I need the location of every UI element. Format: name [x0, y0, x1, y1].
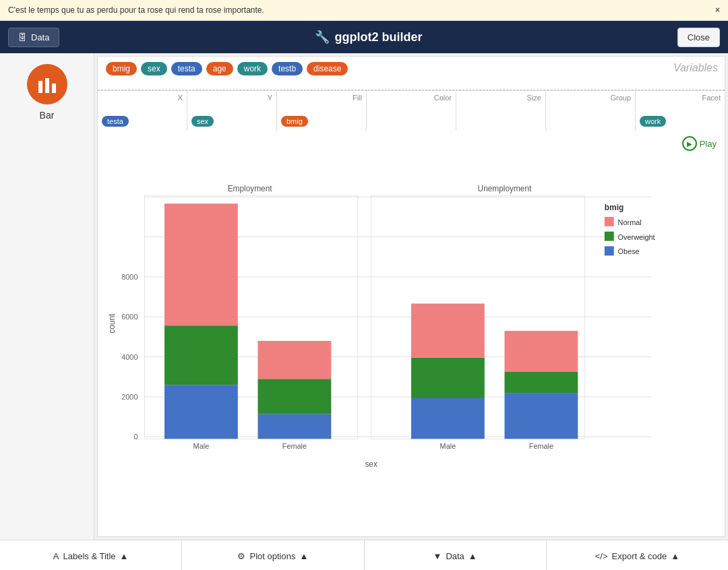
database-icon: 🗄: [18, 32, 27, 42]
bar-emp-female-overweight: [258, 379, 332, 414]
axis-x[interactable]: X testa: [98, 91, 187, 131]
svg-text:4000: 4000: [121, 353, 138, 361]
bar-unemp-female-normal: [504, 331, 578, 371]
bar-emp-female-obese: [258, 414, 332, 439]
bar-unemp-female-obese: [504, 393, 578, 439]
bar-unemp-male-overweight: [411, 358, 485, 398]
wrench-icon: 🔧: [315, 30, 330, 44]
bar-emp-male-overweight: [164, 325, 238, 385]
svg-rect-1: [45, 78, 49, 93]
chart-type-label: Bar: [40, 110, 55, 121]
axis-fill-tag: bmig: [281, 116, 308, 127]
chevron-up-icon-4: ▲: [671, 551, 679, 561]
chart-svg-area: 0 2000 4000 6000 8000 count Employment U…: [104, 137, 718, 536]
axis-y[interactable]: Y sex: [187, 91, 277, 131]
svg-text:8000: 8000: [121, 273, 138, 281]
plot-options-button[interactable]: ⚙ Plot options ▲: [182, 540, 364, 570]
code-icon: </>: [595, 551, 608, 561]
variables-tags-row: bmig sex testa age work testb disease: [106, 62, 717, 75]
data-filter-button[interactable]: ▼ Data ▲: [365, 540, 547, 570]
axis-color[interactable]: Color: [367, 91, 456, 131]
chevron-up-icon: ▲: [120, 551, 129, 561]
axis-fill[interactable]: Fill bmig: [277, 91, 367, 131]
bar-emp-male-obese: [164, 385, 238, 439]
svg-rect-0: [38, 81, 42, 93]
tag-work[interactable]: work: [237, 62, 268, 75]
svg-text:Obese: Obese: [618, 247, 640, 255]
tag-disease[interactable]: disease: [307, 62, 348, 75]
axis-size[interactable]: Size: [456, 91, 546, 131]
svg-text:count: count: [107, 313, 117, 334]
tag-bmig[interactable]: bmig: [106, 62, 137, 75]
svg-text:Normal: Normal: [618, 218, 642, 226]
svg-text:6000: 6000: [121, 313, 138, 321]
svg-text:Unemployment: Unemployment: [478, 184, 532, 193]
export-code-button[interactable]: </> Export & code ▲: [547, 540, 728, 570]
chart-svg: 0 2000 4000 6000 8000 count Employment U…: [104, 137, 718, 536]
variables-label: Variables: [673, 62, 718, 74]
bar-emp-male-normal: [164, 203, 238, 325]
data-button[interactable]: 🗄 Data: [8, 28, 59, 47]
chart-type-icon[interactable]: [27, 64, 67, 104]
axes-row: X testa Y sex Fill bmig Color Size Group…: [98, 90, 725, 131]
chevron-up-icon-3: ▲: [468, 551, 477, 561]
axis-x-tag: testa: [102, 116, 129, 127]
svg-rect-2: [52, 84, 56, 93]
bar-chart-icon: [37, 74, 57, 94]
bar-emp-female-normal: [258, 341, 332, 379]
bottom-toolbar: A Labels & Title ▲ ⚙ Plot options ▲ ▼ Da…: [0, 540, 728, 570]
tag-sex[interactable]: sex: [141, 62, 167, 75]
labels-title-button[interactable]: A Labels & Title ▲: [0, 540, 182, 570]
app-title: ggplot2 builder: [335, 30, 423, 44]
top-banner: C'est le temps que tu as perdu pour ta r…: [0, 0, 728, 21]
svg-rect-26: [605, 217, 614, 226]
axis-facet[interactable]: Facet work: [636, 91, 725, 131]
variables-area: bmig sex testa age work testb disease Va…: [98, 57, 725, 90]
tag-testa[interactable]: testa: [171, 62, 202, 75]
svg-text:Employment: Employment: [228, 184, 273, 193]
bar-unemp-male-normal: [411, 304, 485, 358]
filter-icon: ▼: [433, 551, 442, 561]
svg-text:0: 0: [133, 433, 138, 441]
axis-y-tag: sex: [191, 116, 214, 127]
bar-unemp-female-overweight: [504, 371, 578, 393]
titlebar: 🗄 Data 🔧 ggplot2 builder Close: [0, 21, 728, 53]
gear-icon: ⚙: [237, 551, 245, 561]
svg-text:Female: Female: [529, 442, 553, 450]
banner-text: C'est le temps que tu as perdu pour ta r…: [8, 5, 264, 15]
svg-text:Male: Male: [193, 442, 210, 450]
axis-group[interactable]: Group: [546, 91, 636, 131]
bar-unemp-male-obese: [411, 398, 485, 439]
svg-text:Overweight: Overweight: [618, 233, 655, 241]
close-button[interactable]: Close: [677, 28, 720, 47]
tag-testb[interactable]: testb: [272, 62, 303, 75]
svg-text:bmig: bmig: [605, 203, 624, 212]
tag-age[interactable]: age: [206, 62, 233, 75]
banner-close[interactable]: ×: [715, 5, 720, 15]
left-panel: Bar: [0, 53, 94, 540]
font-icon: A: [53, 551, 59, 561]
svg-text:Female: Female: [282, 442, 307, 450]
right-panel: bmig sex testa age work testb disease Va…: [97, 56, 725, 537]
svg-rect-30: [605, 246, 614, 255]
app-title-area: 🔧 ggplot2 builder: [315, 30, 423, 44]
axis-facet-tag: work: [640, 116, 666, 127]
main-area: Bar bmig sex testa age work testb diseas…: [0, 53, 728, 540]
svg-text:sex: sex: [365, 460, 377, 469]
svg-text:2000: 2000: [121, 393, 138, 401]
svg-text:Male: Male: [440, 442, 456, 450]
chevron-up-icon-2: ▲: [299, 551, 308, 561]
svg-rect-28: [605, 232, 614, 241]
chart-container: ▶ Play 0 2000 4000 6000: [98, 131, 725, 536]
